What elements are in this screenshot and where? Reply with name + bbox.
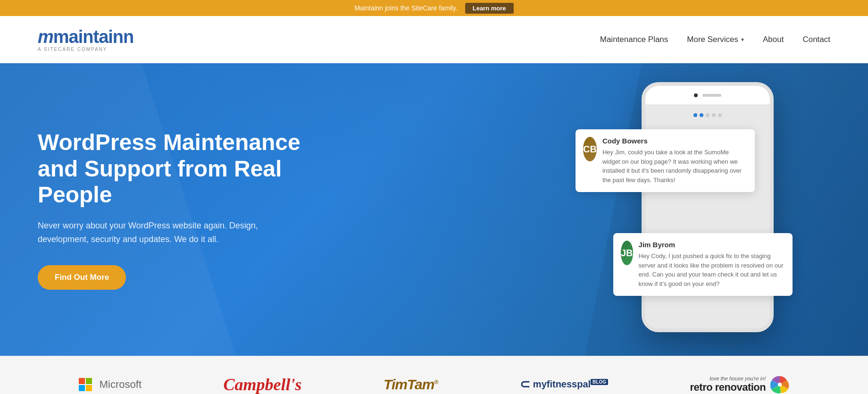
header: mmaintainn A SITECARE COMPANY Maintenanc… bbox=[0, 16, 868, 63]
client-retrorenovation: love the house you're in! retro renovati… bbox=[690, 375, 790, 394]
campbells-label: Campbell's bbox=[224, 375, 302, 394]
client-timtam: TimTam® bbox=[384, 377, 438, 393]
message-body-2: Jim Byrom Hey Cody, I just pushed a quic… bbox=[639, 241, 785, 288]
hero-title: WordPress Maintenance and Support from R… bbox=[38, 129, 311, 208]
message-text-2: Hey Cody, I just pushed a quick fix to t… bbox=[639, 251, 785, 288]
logo-tagline: A SITECARE COMPANY bbox=[38, 47, 134, 52]
logo-text: mmaintainn bbox=[38, 28, 134, 46]
nav-more-services[interactable]: More Services ▾ bbox=[687, 35, 744, 44]
clients-bar: Microsoft Campbell's TimTam® ⊂ myfitness… bbox=[0, 356, 868, 394]
hero-section: WordPress Maintenance and Support from R… bbox=[0, 63, 868, 356]
banner-text: Maintainn joins the SiteCare family. bbox=[354, 4, 457, 12]
svg-point-0 bbox=[778, 383, 782, 386]
hero-visual: CB Cody Bowers Hey Jim, could you take a… bbox=[585, 73, 830, 356]
myfitnesspal-label: myfitnesspalBLOG bbox=[533, 379, 608, 390]
nav-about[interactable]: About bbox=[763, 35, 784, 44]
retro-main-label: retro renovation bbox=[690, 381, 766, 394]
learn-more-button[interactable]: Learn more bbox=[465, 3, 514, 14]
top-banner: Maintainn joins the SiteCare family. Lea… bbox=[0, 0, 868, 16]
microsoft-label: Microsoft bbox=[100, 378, 142, 391]
avatar-jim: JB bbox=[621, 241, 633, 265]
message-card-2: JB Jim Byrom Hey Cody, I just pushed a q… bbox=[613, 233, 793, 296]
timtam-label: TimTam® bbox=[384, 377, 438, 393]
nav-maintenance-plans[interactable]: Maintenance Plans bbox=[600, 35, 668, 44]
chevron-down-icon: ▾ bbox=[741, 36, 744, 43]
client-microsoft: Microsoft bbox=[79, 378, 142, 391]
message-body-1: Cody Bowers Hey Jim, could you take a lo… bbox=[602, 137, 747, 184]
logo[interactable]: mmaintainn A SITECARE COMPANY bbox=[38, 28, 134, 52]
phone-notch bbox=[645, 86, 770, 105]
hero-content: WordPress Maintenance and Support from R… bbox=[38, 129, 311, 289]
microsoft-logo-icon bbox=[79, 378, 92, 391]
retro-tagline: love the house you're in! bbox=[690, 376, 766, 381]
message-text-1: Hey Jim, could you take a look at the Su… bbox=[602, 148, 747, 184]
main-nav: Maintenance Plans More Services ▾ About … bbox=[600, 35, 830, 44]
phone-chat-indicators bbox=[650, 109, 765, 121]
client-campbells: Campbell's bbox=[224, 375, 302, 394]
hero-cta-button[interactable]: Find Out More bbox=[38, 265, 126, 290]
message-name-2: Jim Byrom bbox=[639, 241, 785, 249]
nav-contact[interactable]: Contact bbox=[802, 35, 830, 44]
message-card-1: CB Cody Bowers Hey Jim, could you take a… bbox=[576, 129, 755, 192]
avatar-cody: CB bbox=[583, 137, 597, 161]
phone-camera bbox=[694, 93, 698, 97]
message-name-1: Cody Bowers bbox=[602, 137, 747, 145]
retro-wheel-icon bbox=[770, 375, 789, 394]
hero-subtitle: Never worry about your WordPress website… bbox=[38, 219, 274, 246]
phone-speaker bbox=[702, 94, 721, 97]
client-myfitnesspal: ⊂ myfitnesspalBLOG bbox=[520, 377, 608, 392]
ua-icon: ⊂ bbox=[520, 377, 530, 392]
